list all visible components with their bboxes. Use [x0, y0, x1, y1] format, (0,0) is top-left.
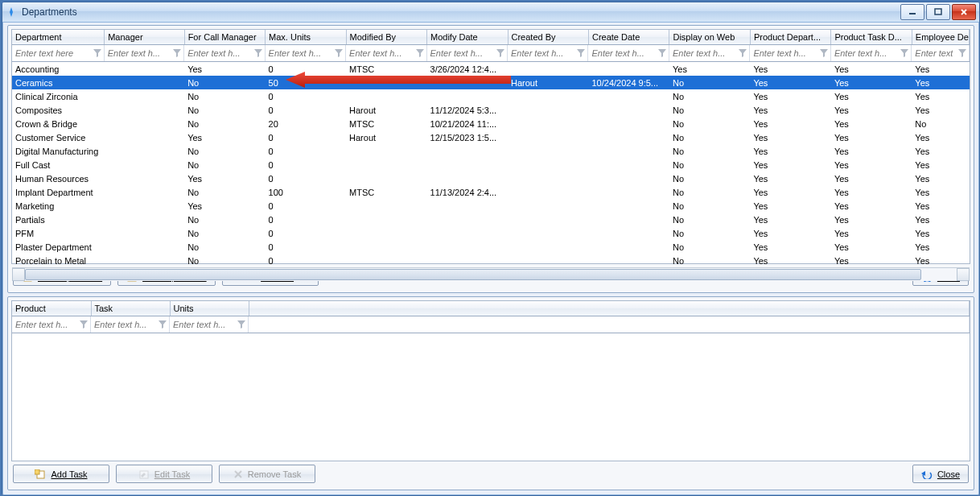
col-employeeDe[interactable]: Employee De [912, 30, 969, 45]
filter-task[interactable] [91, 320, 156, 329]
col-forCallManager[interactable]: For Call Manager [184, 30, 265, 45]
col-createDate[interactable]: Create Date [588, 30, 669, 45]
cell-productTaskD: Yes [831, 130, 912, 144]
cell-productDepart: Yes [750, 213, 830, 226]
table-row[interactable]: CeramicsNo50Harout10/24/2024 9:5...NoYes… [12, 76, 970, 89]
table-row[interactable]: AccountingYes0MTSC3/26/2024 12:4...YesYe… [12, 62, 970, 76]
filter-icon[interactable] [77, 318, 90, 331]
table-row[interactable]: Human ResourcesYes0NoYesYesYes [12, 172, 970, 185]
minimize-button[interactable] [900, 4, 924, 20]
filter-manager[interactable] [105, 48, 171, 58]
cell-modifyDate [427, 172, 508, 185]
cell-manager [105, 185, 184, 199]
cell-createdBy [508, 199, 588, 213]
filter-displayOnWeb[interactable] [669, 48, 736, 58]
cell-modifyDate [427, 240, 508, 254]
departments-grid[interactable]: DepartmentManagerFor Call ManagerMax. Un… [11, 29, 970, 264]
table-row[interactable]: Full CastNo0NoYesYesYes [12, 158, 970, 172]
cell-modifiedBy: Harout [346, 130, 426, 144]
filter-icon[interactable] [414, 47, 426, 60]
filter-forCallManager[interactable] [184, 48, 251, 58]
table-row[interactable]: PartialsNo0NoYesYesYes [12, 213, 970, 226]
departments-hscroll[interactable] [12, 267, 970, 281]
col-task[interactable]: Task [91, 301, 170, 316]
table-row[interactable]: Plaster DepartmentNo0NoYesYesYes [12, 240, 970, 254]
table-row[interactable]: Digital ManufacturingNo0NoYesYesYes [12, 144, 970, 158]
cell-modifiedBy: MTSC [346, 62, 426, 76]
cell-productTaskD: Yes [831, 185, 912, 199]
cell-employeeDe: Yes [912, 76, 969, 89]
cell-modifyDate [427, 144, 508, 158]
table-row[interactable]: Porcelain to MetalNo0NoYesYesYes [12, 254, 970, 267]
col-productTaskD[interactable]: Product Task D... [831, 30, 912, 45]
filter-product[interactable] [12, 320, 77, 329]
filter-icon[interactable] [494, 47, 507, 60]
filter-createdBy[interactable] [508, 48, 574, 58]
filter-productTaskD[interactable] [831, 48, 898, 58]
remove-task-label: Remove Task [248, 469, 301, 479]
cell-displayOnWeb: No [669, 213, 750, 226]
add-task-button[interactable]: Add Task [13, 465, 109, 483]
col-product[interactable]: Product [12, 301, 91, 316]
filter-maxUnits[interactable] [266, 48, 332, 58]
remove-task-button[interactable]: Remove Task [219, 465, 315, 483]
table-row[interactable]: Implant DepartmentNo100MTSC11/13/2024 2:… [12, 185, 970, 199]
cell-maxUnits: 20 [266, 117, 346, 130]
cell-forCallManager: No [184, 240, 265, 254]
tasks-grid[interactable]: ProductTaskUnits [11, 300, 970, 461]
table-row[interactable]: Crown & BridgeNo20MTSC10/21/2024 11:...N… [12, 117, 970, 130]
cell-productDepart: Yes [750, 199, 830, 213]
col-maxUnits[interactable]: Max. Units [266, 30, 346, 45]
filter-modifyDate[interactable] [427, 48, 494, 58]
cell-displayOnWeb: No [669, 144, 750, 158]
cell-modifiedBy [346, 254, 426, 267]
filter-icon[interactable] [252, 47, 265, 60]
filter-icon[interactable] [171, 47, 183, 60]
filter-icon[interactable] [574, 47, 587, 60]
cell-modifiedBy [346, 172, 426, 185]
col-units[interactable]: Units [170, 301, 249, 316]
filter-icon[interactable] [736, 47, 749, 60]
edit-task-button[interactable]: Edit Task [116, 465, 212, 483]
cell-productDepart: Yes [750, 226, 830, 240]
cell-createdBy: Harout [508, 76, 588, 89]
filter-icon[interactable] [235, 318, 248, 331]
maximize-button[interactable] [926, 4, 950, 20]
col-manager[interactable]: Manager [105, 30, 184, 45]
cell-productDepart: Yes [750, 172, 830, 185]
table-row[interactable]: CompositesNo0Harout11/12/2024 5:3...NoYe… [12, 103, 970, 117]
cell-productTaskD: Yes [831, 103, 912, 117]
filter-employeeDe[interactable] [912, 48, 955, 58]
filter-icon[interactable] [898, 47, 911, 60]
window-title: Departments [22, 6, 900, 18]
close-window-button[interactable] [952, 4, 976, 20]
col-displayOnWeb[interactable]: Display on Web [669, 30, 750, 45]
col-modifyDate[interactable]: Modify Date [427, 30, 508, 45]
col-productDepart[interactable]: Product Depart... [750, 30, 830, 45]
table-row[interactable]: PFMNo0NoYesYesYes [12, 226, 970, 240]
col-modifiedBy[interactable]: Modified By [346, 30, 426, 45]
filter-icon[interactable] [156, 318, 169, 331]
filter-icon[interactable] [956, 47, 969, 60]
filter-modifiedBy[interactable] [346, 48, 413, 58]
close-bottom-button[interactable]: Close [912, 465, 969, 483]
cell-manager [105, 213, 184, 226]
filter-department[interactable] [12, 48, 91, 58]
table-row[interactable]: Customer ServiceYes0Harout12/15/2023 1:5… [12, 130, 970, 144]
cell-productTaskD: Yes [831, 172, 912, 185]
table-row[interactable]: MarketingYes0NoYesYesYes [12, 199, 970, 213]
filter-units[interactable] [170, 320, 235, 329]
table-row[interactable]: Clinical ZirconiaNo0NoYesYesYes [12, 89, 970, 103]
filter-productDepart[interactable] [750, 48, 817, 58]
filter-icon[interactable] [817, 47, 830, 60]
col-department[interactable]: Department [12, 30, 105, 45]
cell-department: Marketing [12, 199, 105, 213]
col-createdBy[interactable]: Created By [508, 30, 588, 45]
cell-department: PFM [12, 226, 105, 240]
filter-icon[interactable] [91, 47, 104, 60]
tasks-panel: ProductTaskUnits Add Task Edit Task Remo… [7, 296, 974, 490]
filter-icon[interactable] [332, 47, 345, 60]
filter-icon[interactable] [656, 47, 669, 60]
filter-createDate[interactable] [588, 48, 655, 58]
cell-displayOnWeb: No [669, 254, 750, 267]
